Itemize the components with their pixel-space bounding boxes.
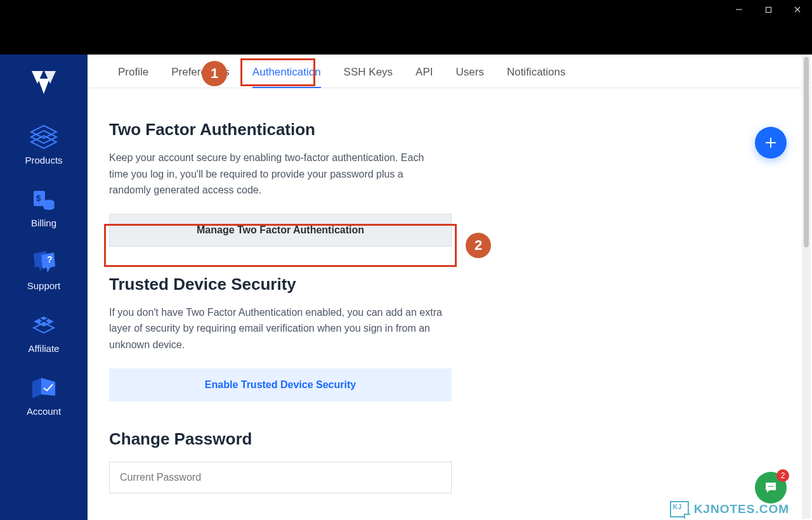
tab-notifications[interactable]: Notifications [507,66,566,88]
sidebar-item-support[interactable]: ? Support [27,249,61,291]
settings-content: Two Factor Authentication Keep your acco… [88,88,812,520]
main-panel: Profile Preferences Authentication SSH K… [88,55,812,520]
sidebar-item-label: Account [27,406,61,417]
svg-point-26 [768,486,769,487]
chat-button[interactable]: 2 [755,472,787,504]
svg-text:$: $ [36,193,41,203]
twofa-description: Keep your account secure by enabling two… [109,150,445,198]
svg-marker-10 [31,131,56,143]
chat-badge: 2 [776,469,789,482]
brand-logo[interactable] [29,70,58,98]
watermark-logo-icon [670,501,689,517]
sidebar-item-label: Products [25,155,62,166]
app-sidebar: Products $ Billing ? [0,55,88,520]
tab-authentication[interactable]: Authentication [252,66,321,88]
window-background [0,0,812,55]
enable-trusted-device-button[interactable]: Enable Trusted Device Security [109,368,452,401]
window-maximize-button[interactable] [754,0,783,19]
trusted-description: If you don't have Two Factor Authenticat… [109,304,445,353]
svg-marker-8 [38,79,49,94]
annotation-marker-1: 1 [202,61,227,86]
sidebar-item-label: Support [27,280,61,291]
current-password-input[interactable] [109,462,452,493]
add-fab-button[interactable] [755,127,787,159]
svg-marker-22 [32,378,41,398]
settings-tabs: Profile Preferences Authentication SSH K… [88,55,812,88]
manage-2fa-button[interactable]: Manage Two Factor Authentication [109,214,452,247]
support-icon: ? [27,249,60,276]
twofa-heading: Two Factor Authentication [109,120,782,140]
tab-ssh-keys[interactable]: SSH Keys [344,66,393,88]
scrollbar[interactable] [802,55,811,519]
billing-icon: $ [27,186,60,214]
svg-point-28 [772,486,773,487]
affiliate-icon [27,311,60,339]
tab-profile[interactable]: Profile [118,66,148,88]
tab-users[interactable]: Users [456,66,484,88]
window-close-button[interactable] [783,0,812,19]
sidebar-item-products[interactable]: Products [25,123,62,166]
sidebar-item-account[interactable]: Account [27,374,61,417]
window-controls [724,0,812,19]
page-viewport: Products $ Billing ? [0,55,812,520]
watermark: KJNOTES.COM [670,501,789,517]
trusted-heading: Trusted Device Security [109,275,782,294]
products-icon [27,123,60,151]
account-icon [27,374,60,402]
scrollbar-thumb[interactable] [804,57,809,247]
svg-rect-1 [766,7,771,12]
sidebar-item-affiliate[interactable]: Affiliate [27,311,60,354]
change-password-heading: Change Password [109,429,782,449]
annotation-marker-2: 2 [466,233,491,258]
svg-marker-23 [41,378,55,396]
window-minimize-button[interactable] [724,0,754,19]
sidebar-item-label: Affiliate [29,343,60,354]
sidebar-item-billing[interactable]: $ Billing [27,186,60,228]
watermark-text: KJNOTES.COM [694,502,789,516]
sidebar-item-label: Billing [31,218,56,228]
tab-api[interactable]: API [416,66,433,88]
svg-point-16 [43,205,55,210]
svg-point-27 [770,486,771,487]
svg-text:?: ? [47,254,53,264]
